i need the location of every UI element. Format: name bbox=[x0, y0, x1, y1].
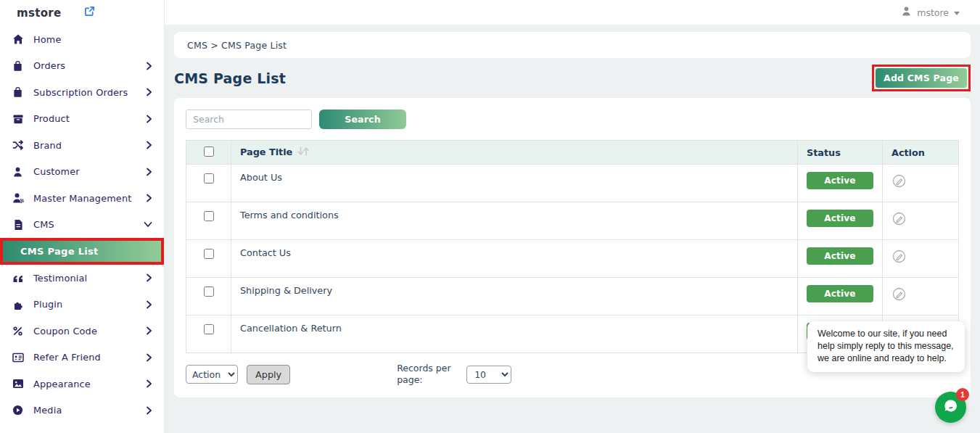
records-per-page-label: Records per page: bbox=[397, 363, 453, 386]
status-badge[interactable]: Active bbox=[807, 247, 873, 265]
column-header-action: Action bbox=[883, 141, 959, 165]
sidebar-item-coupon-code[interactable]: Coupon Code bbox=[0, 318, 164, 345]
row-checkbox[interactable] bbox=[204, 249, 214, 259]
sidebar-item-home[interactable]: Home bbox=[0, 26, 164, 53]
status-badge[interactable]: Active bbox=[807, 210, 873, 227]
row-checkbox[interactable] bbox=[204, 286, 214, 297]
sidebar-item-cms-page-list[interactable]: CMS Page List bbox=[3, 241, 161, 262]
user-menu[interactable]: mstore bbox=[901, 0, 960, 25]
sidebar-item-media[interactable]: Media bbox=[0, 397, 164, 424]
column-header-status: Status bbox=[798, 141, 883, 165]
sidebar-item-product[interactable]: Product bbox=[0, 106, 164, 133]
chat-unread-badge: 1 bbox=[956, 388, 969, 401]
chevron-right-icon bbox=[144, 273, 152, 282]
search-button[interactable]: Search bbox=[319, 110, 406, 129]
sidebar-item-customer[interactable]: Customer bbox=[0, 159, 164, 186]
play-circle-icon bbox=[12, 405, 24, 416]
chevron-right-icon bbox=[144, 353, 152, 362]
sidebar-item-plugin[interactable]: Plugin bbox=[0, 292, 164, 318]
edit-icon[interactable] bbox=[892, 173, 907, 191]
chevron-right-icon bbox=[144, 88, 152, 96]
chevron-right-icon bbox=[144, 406, 152, 415]
quote-icon bbox=[12, 273, 24, 283]
user-icon bbox=[901, 6, 912, 20]
sidebar-item-master-management[interactable]: Master Management bbox=[0, 185, 164, 212]
archive-icon bbox=[12, 113, 24, 125]
page-title-cell: About Us bbox=[231, 165, 798, 202]
row-checkbox[interactable] bbox=[204, 173, 214, 183]
store-logo: mstore bbox=[17, 7, 61, 20]
home-icon bbox=[12, 33, 24, 45]
sidebar-item-subscription-orders[interactable]: Subscription Orders bbox=[0, 79, 164, 106]
sidebar: mstore Home Orders Subscription Orders P… bbox=[0, 0, 164, 433]
file-icon bbox=[12, 219, 24, 231]
chat-bubble-icon bbox=[942, 397, 960, 418]
person-icon bbox=[12, 166, 24, 178]
shopping-bag-icon bbox=[12, 60, 24, 72]
chevron-down-icon bbox=[144, 221, 152, 228]
table-row: Terms and conditions Active bbox=[186, 202, 959, 240]
add-cms-page-button[interactable]: Add CMS Page bbox=[876, 68, 967, 88]
select-all-checkbox[interactable] bbox=[204, 147, 214, 157]
chat-welcome-popup: Welcome to our site, if you need help si… bbox=[807, 321, 965, 372]
sidebar-item-refer-a-friend[interactable]: Refer A Friend bbox=[0, 345, 164, 371]
chevron-right-icon bbox=[144, 168, 152, 176]
chevron-right-icon bbox=[144, 141, 152, 149]
table-header-row: Page Title Status Action bbox=[186, 141, 959, 165]
page-title: CMS Page List bbox=[174, 70, 286, 86]
person-gear-icon bbox=[12, 192, 24, 204]
status-badge[interactable]: Active bbox=[807, 285, 873, 302]
chat-launcher-button[interactable]: 1 bbox=[935, 392, 966, 423]
search-input[interactable] bbox=[186, 110, 312, 129]
sidebar-nav: Home Orders Subscription Orders Product … bbox=[0, 25, 164, 424]
edit-icon[interactable] bbox=[892, 249, 907, 266]
chevron-right-icon bbox=[144, 115, 152, 123]
table-row: Shipping & Delivery Active bbox=[186, 278, 959, 316]
sidebar-item-testimonial[interactable]: Testimonial bbox=[0, 265, 164, 292]
breadcrumb[interactable]: CMS > CMS Page List bbox=[174, 32, 971, 58]
id-card-icon bbox=[12, 352, 24, 363]
cms-page-list-annotation: CMS Page List bbox=[0, 238, 164, 265]
chevron-right-icon bbox=[144, 379, 152, 388]
sidebar-item-orders[interactable]: Orders bbox=[0, 53, 164, 80]
column-header-page-title[interactable]: Page Title bbox=[231, 141, 798, 165]
puzzle-icon bbox=[12, 299, 24, 310]
table-row: About Us Active bbox=[186, 165, 959, 202]
chevron-right-icon bbox=[144, 194, 152, 202]
apply-button[interactable]: Apply bbox=[247, 365, 290, 384]
bulk-action-select[interactable]: Action bbox=[186, 365, 238, 384]
row-checkbox[interactable] bbox=[204, 211, 214, 221]
edit-icon[interactable] bbox=[892, 286, 907, 304]
sidebar-item-appearance[interactable]: Appearance bbox=[0, 371, 164, 397]
shuffle-icon bbox=[12, 139, 24, 151]
records-per-page-select[interactable]: 10 bbox=[466, 366, 511, 384]
image-icon bbox=[12, 379, 24, 389]
row-checkbox[interactable] bbox=[204, 324, 214, 334]
chevron-right-icon bbox=[144, 300, 152, 309]
page-title-cell: Terms and conditions bbox=[231, 202, 798, 240]
external-link-icon[interactable] bbox=[84, 6, 95, 20]
chevron-right-icon bbox=[144, 326, 152, 335]
table-row: Contact Us Active bbox=[186, 240, 959, 278]
sort-icon[interactable] bbox=[297, 147, 310, 158]
user-name: mstore bbox=[917, 7, 949, 18]
percent-icon bbox=[12, 326, 24, 337]
chat-message: Welcome to our site, if you need help si… bbox=[818, 329, 954, 363]
page-title-cell: Cancellation & Return bbox=[231, 316, 798, 353]
shopping-bag-icon bbox=[12, 86, 24, 98]
chevron-right-icon bbox=[144, 62, 152, 70]
page-title-cell: Shipping & Delivery bbox=[231, 278, 798, 316]
add-cms-page-annotation: Add CMS Page bbox=[872, 65, 971, 91]
page-title-cell: Contact Us bbox=[231, 240, 798, 278]
status-badge[interactable]: Active bbox=[807, 172, 873, 189]
sidebar-item-brand[interactable]: Brand bbox=[0, 132, 164, 159]
sidebar-item-cms[interactable]: CMS bbox=[0, 212, 164, 239]
edit-icon[interactable] bbox=[892, 211, 907, 228]
chevron-down-icon bbox=[954, 12, 960, 15]
